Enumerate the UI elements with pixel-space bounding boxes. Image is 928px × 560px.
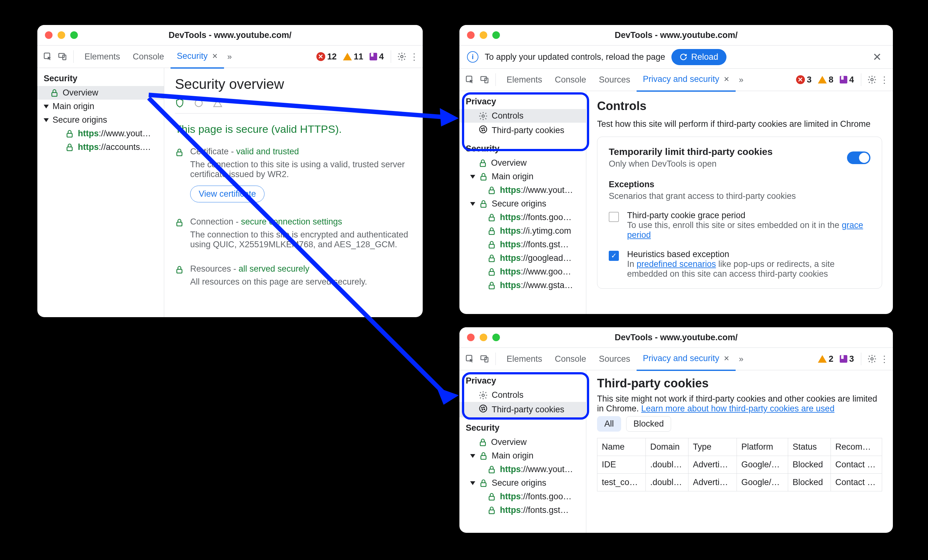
sidebar-item-main-origin[interactable]: Main origin bbox=[37, 100, 164, 113]
maximize-window-icon[interactable] bbox=[70, 31, 78, 39]
page-title: Third-party cookies bbox=[597, 377, 882, 390]
settings-icon[interactable] bbox=[866, 353, 878, 365]
sidebar-origin-item[interactable]: https://www.goo… bbox=[459, 265, 586, 278]
tab-security[interactable]: Security✕ bbox=[171, 45, 224, 68]
shield-icon bbox=[175, 98, 185, 110]
settings-icon[interactable] bbox=[395, 50, 408, 63]
heuristics-checkbox[interactable]: ✓ bbox=[609, 251, 619, 261]
tab-console[interactable]: Console bbox=[127, 46, 171, 68]
minimize-window-icon[interactable] bbox=[58, 31, 65, 39]
close-bar-icon[interactable]: ✕ bbox=[869, 50, 885, 63]
svg-rect-5 bbox=[67, 133, 72, 137]
limit-cookies-toggle[interactable] bbox=[847, 151, 870, 164]
svg-point-40 bbox=[484, 409, 485, 410]
filter-chip-all[interactable]: All bbox=[597, 416, 621, 432]
tab-elements[interactable]: Elements bbox=[78, 46, 127, 68]
window-controls[interactable] bbox=[467, 333, 500, 341]
sidebar-item-third-party-cookies[interactable]: Third-party cookies bbox=[459, 123, 586, 138]
issue-counters[interactable]: 2 ▘3 bbox=[818, 354, 854, 364]
tab-elements[interactable]: Elements bbox=[500, 68, 549, 91]
sidebar-item-third-party-cookies[interactable]: Third-party cookies bbox=[459, 402, 586, 417]
tab-console[interactable]: Console bbox=[549, 68, 592, 91]
kebab-menu-icon[interactable]: ⋮ bbox=[409, 52, 419, 62]
sidebar-origin-item[interactable]: httpshttps://www.yout…://www.yout… bbox=[37, 127, 164, 140]
close-tab-icon[interactable]: ✕ bbox=[723, 355, 729, 363]
sidebar-origin-item[interactable]: https://fonts.gst… bbox=[459, 504, 586, 517]
lock-icon bbox=[487, 240, 496, 249]
sidebar-item-overview[interactable]: Overview bbox=[459, 435, 586, 449]
predefined-scenarios-link[interactable]: predefined scenarios bbox=[636, 259, 716, 269]
sidebar-group-security: Security bbox=[459, 142, 586, 156]
chevron-down-icon bbox=[470, 175, 475, 179]
table-row[interactable]: test_cookie.double…Advertisi…Google/D…Bl… bbox=[597, 474, 882, 492]
sidebar-item-main-origin[interactable]: Main origin bbox=[459, 449, 586, 463]
tab-sources[interactable]: Sources bbox=[592, 348, 636, 370]
sidebar-item-overview[interactable]: Overview bbox=[37, 86, 164, 100]
svg-point-35 bbox=[482, 394, 484, 397]
reload-button[interactable]: Reload bbox=[672, 49, 727, 65]
tab-elements[interactable]: Elements bbox=[500, 348, 549, 370]
close-tab-icon[interactable]: ✕ bbox=[723, 75, 729, 84]
sidebar-item-secure-origins[interactable]: Secure origins bbox=[459, 197, 586, 211]
issue-counters[interactable]: ✕3 8 ▘4 bbox=[796, 75, 854, 85]
sidebar-item-secure-origins[interactable]: Secure origins bbox=[37, 113, 164, 127]
svg-point-16 bbox=[480, 126, 487, 133]
minimize-window-icon[interactable] bbox=[480, 31, 487, 39]
view-certificate-button[interactable]: View certificate bbox=[190, 186, 264, 202]
device-icon[interactable] bbox=[56, 50, 69, 63]
settings-icon[interactable] bbox=[866, 73, 878, 86]
warning-icon bbox=[818, 355, 827, 363]
inspect-icon[interactable] bbox=[463, 73, 476, 86]
learn-more-link[interactable]: Learn more about how third-party cookies… bbox=[641, 404, 835, 413]
lock-icon bbox=[487, 465, 496, 474]
device-icon[interactable] bbox=[478, 73, 491, 86]
maximize-window-icon[interactable] bbox=[492, 333, 500, 341]
svg-rect-4 bbox=[52, 92, 57, 96]
sidebar-item-overview[interactable]: Overview bbox=[459, 156, 586, 170]
issue-counters[interactable]: ✕12 11 ▘4 bbox=[316, 52, 384, 62]
close-window-icon[interactable] bbox=[45, 31, 52, 39]
more-tabs-icon[interactable]: » bbox=[736, 354, 746, 364]
tab-sources[interactable]: Sources bbox=[592, 68, 636, 91]
close-window-icon[interactable] bbox=[467, 31, 475, 39]
sidebar-origin-item[interactable]: https://www.yout… bbox=[459, 183, 586, 197]
sidebar-origin-item[interactable]: https://www.gsta… bbox=[459, 278, 586, 292]
sidebar-origin-item[interactable]: https://accounts.… bbox=[37, 140, 164, 154]
inspect-icon[interactable] bbox=[41, 50, 54, 63]
tab-privacy-security[interactable]: Privacy and security✕ bbox=[636, 347, 736, 371]
sidebar-item-controls[interactable]: Controls bbox=[459, 388, 586, 402]
devtools-window-third-party-cookies: DevTools - www.youtube.com/ Elements Con… bbox=[459, 327, 893, 533]
sidebar-origin-item[interactable]: https://www.yout… bbox=[459, 463, 586, 476]
window-controls[interactable] bbox=[467, 31, 500, 39]
sidebar-origin-item[interactable]: https://fonts.goo… bbox=[459, 211, 586, 224]
kebab-menu-icon[interactable]: ⋮ bbox=[879, 354, 889, 364]
svg-point-37 bbox=[482, 407, 482, 408]
maximize-window-icon[interactable] bbox=[492, 31, 500, 39]
sidebar-item-controls[interactable]: Controls bbox=[459, 109, 586, 123]
inspect-icon[interactable] bbox=[463, 352, 476, 365]
tab-privacy-security[interactable]: Privacy and security✕ bbox=[636, 68, 736, 92]
close-tab-icon[interactable]: ✕ bbox=[212, 52, 218, 60]
tab-bar: Elements Console Sources Privacy and sec… bbox=[459, 348, 893, 370]
tab-console[interactable]: Console bbox=[549, 348, 592, 370]
sidebar-origin-item[interactable]: https://i.ytimg.com bbox=[459, 224, 586, 238]
minimize-window-icon[interactable] bbox=[480, 333, 487, 341]
issues-icon: ▘ bbox=[840, 76, 847, 84]
close-window-icon[interactable] bbox=[467, 333, 475, 341]
grace-period-checkbox[interactable] bbox=[609, 212, 619, 222]
sidebar-origin-item[interactable]: https://fonts.gst… bbox=[459, 238, 586, 251]
svg-point-7 bbox=[195, 100, 203, 107]
sidebar-origin-item[interactable]: https://fonts.goo… bbox=[459, 490, 586, 504]
filter-chip-blocked[interactable]: Blocked bbox=[626, 416, 671, 432]
sidebar-origin-item[interactable]: https://googlead… bbox=[459, 251, 586, 265]
sidebar-item-main-origin[interactable]: Main origin bbox=[459, 170, 586, 183]
table-row[interactable]: IDE.double…Advertisi…Google/D…BlockedCon… bbox=[597, 456, 882, 474]
sidebar-item-secure-origins[interactable]: Secure origins bbox=[459, 476, 586, 490]
svg-rect-27 bbox=[489, 244, 494, 248]
svg-point-38 bbox=[484, 407, 484, 408]
window-controls[interactable] bbox=[45, 31, 78, 39]
more-tabs-icon[interactable]: » bbox=[224, 52, 235, 62]
kebab-menu-icon[interactable]: ⋮ bbox=[879, 75, 889, 85]
device-icon[interactable] bbox=[478, 352, 491, 365]
more-tabs-icon[interactable]: » bbox=[736, 75, 746, 85]
